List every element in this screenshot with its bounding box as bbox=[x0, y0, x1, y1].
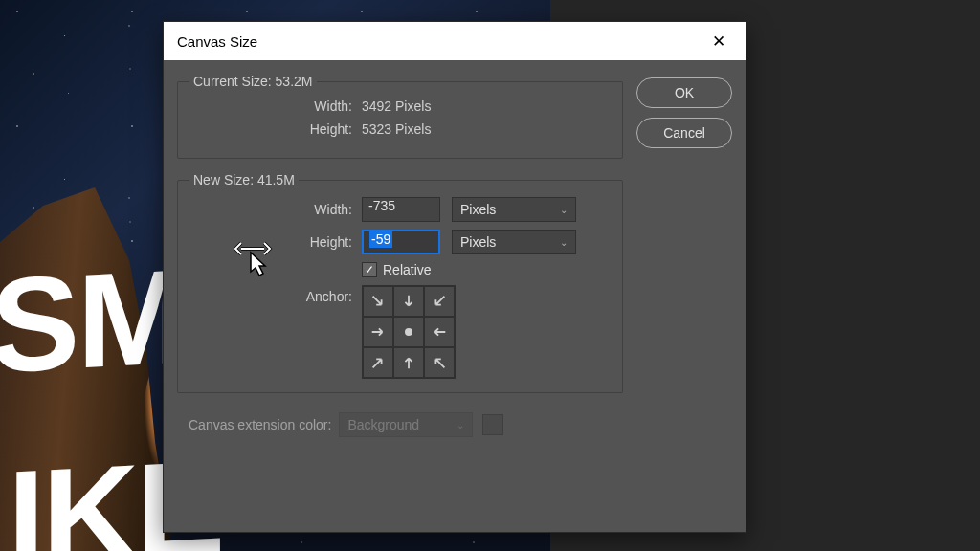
current-size-legend: Current Size: 53.2M bbox=[189, 74, 317, 89]
new-height-unit-select[interactable]: Pixels ⌄ bbox=[452, 230, 576, 254]
chevron-down-icon: ⌄ bbox=[457, 420, 464, 430]
current-height-label: Height: bbox=[189, 121, 362, 137]
anchor-top-center[interactable] bbox=[393, 286, 424, 317]
current-size-group: Current Size: 53.2M Width: 3492 Pixels H… bbox=[177, 74, 623, 159]
chevron-down-icon: ⌄ bbox=[560, 237, 568, 248]
new-size-legend: New Size: 41.5M bbox=[189, 172, 299, 187]
anchor-center[interactable] bbox=[393, 317, 424, 347]
anchor-bottom-right[interactable] bbox=[424, 347, 455, 378]
anchor-top-left[interactable] bbox=[363, 286, 393, 317]
anchor-grid bbox=[362, 285, 456, 379]
dialog-titlebar[interactable]: Canvas Size ✕ bbox=[164, 22, 746, 60]
canvas-size-dialog: Canvas Size ✕ Current Size: 53.2M Width:… bbox=[163, 21, 746, 533]
cancel-button[interactable]: Cancel bbox=[636, 118, 732, 148]
new-width-label: Width: bbox=[189, 202, 362, 217]
new-height-input[interactable]: -59 bbox=[362, 230, 440, 254]
canvas-extension-label: Canvas extension color: bbox=[189, 417, 331, 432]
current-height-value: 5323 Pixels bbox=[362, 121, 431, 137]
close-button[interactable]: ✕ bbox=[705, 28, 732, 55]
canvas-extension-select: Background ⌄ bbox=[339, 412, 473, 437]
canvas-extension-row: Canvas extension color: Background ⌄ bbox=[177, 407, 623, 443]
anchor-center-dot-icon bbox=[405, 328, 412, 336]
new-height-unit-value: Pixels bbox=[460, 234, 496, 250]
current-width-label: Width: bbox=[189, 99, 362, 114]
anchor-bottom-left[interactable] bbox=[363, 347, 393, 378]
new-size-group: New Size: 41.5M Width: -735 Pixels ⌄ Hei… bbox=[177, 172, 623, 393]
current-width-value: 3492 Pixels bbox=[362, 99, 431, 114]
anchor-label: Anchor: bbox=[189, 285, 362, 379]
new-width-unit-select[interactable]: Pixels ⌄ bbox=[452, 197, 576, 222]
anchor-middle-left[interactable] bbox=[363, 317, 393, 347]
relative-label: Relative bbox=[383, 262, 432, 277]
chevron-down-icon: ⌄ bbox=[560, 205, 568, 215]
checkbox-icon: ✓ bbox=[362, 262, 377, 277]
canvas-extension-swatch bbox=[482, 414, 503, 435]
anchor-top-right[interactable] bbox=[424, 286, 455, 317]
new-width-unit-value: Pixels bbox=[460, 202, 496, 217]
dialog-title: Canvas Size bbox=[177, 33, 705, 50]
new-width-input[interactable]: -735 bbox=[362, 197, 440, 222]
close-icon: ✕ bbox=[712, 32, 725, 52]
background-text-1: SM bbox=[0, 239, 186, 405]
new-height-label: Height: bbox=[189, 234, 362, 250]
anchor-middle-right[interactable] bbox=[424, 317, 455, 347]
relative-checkbox[interactable]: ✓ Relative bbox=[362, 262, 432, 277]
ok-button[interactable]: OK bbox=[636, 77, 732, 108]
canvas-extension-value: Background bbox=[347, 417, 419, 432]
anchor-bottom-center[interactable] bbox=[393, 347, 424, 378]
